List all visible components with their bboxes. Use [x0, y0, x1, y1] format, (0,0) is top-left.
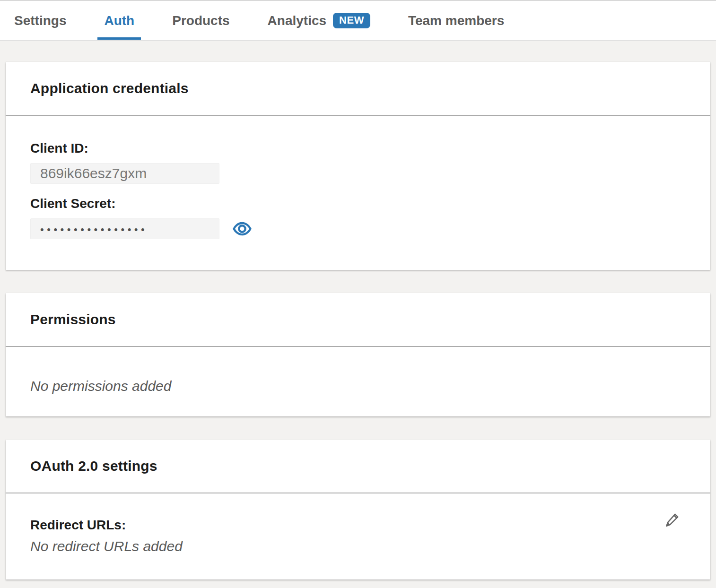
card-body: No permissions added: [6, 347, 710, 416]
new-badge: NEW: [333, 13, 370, 28]
client-id-field[interactable]: [30, 163, 219, 184]
no-permissions-text: No permissions added: [30, 378, 686, 394]
tab-label: Settings: [14, 13, 66, 28]
card-title: Permissions: [30, 311, 116, 328]
eye-icon: [233, 220, 252, 237]
redirect-urls-label: Redirect URLs:: [30, 518, 686, 533]
tab-settings[interactable]: Settings: [8, 1, 73, 40]
tab-label: Team members: [408, 13, 504, 28]
permissions-card: Permissions No permissions added: [6, 293, 710, 416]
tab-products[interactable]: Products: [166, 1, 236, 40]
no-redirect-urls-text: No redirect URLs added: [30, 538, 686, 554]
app-tab-bar: Settings Auth Products Analytics NEW Tea…: [0, 0, 716, 41]
auth-tab-content: Application credentials Client ID: Clien…: [0, 41, 716, 579]
card-header: Permissions: [6, 293, 710, 347]
tab-team-members[interactable]: Team members: [402, 1, 511, 40]
card-header: OAuth 2.0 settings: [6, 440, 710, 493]
client-id-label: Client ID:: [30, 141, 686, 156]
tab-label: Analytics: [268, 13, 327, 28]
pencil-icon: [664, 510, 681, 529]
tab-label: Products: [172, 13, 229, 28]
card-header: Application credentials: [6, 62, 710, 116]
client-secret-label: Client Secret:: [30, 196, 686, 211]
card-body: Redirect URLs: No redirect URLs added: [6, 493, 710, 579]
oauth-settings-card: OAuth 2.0 settings Redirect URLs: No red…: [6, 440, 710, 579]
card-title: OAuth 2.0 settings: [30, 458, 157, 474]
tab-analytics[interactable]: Analytics NEW: [261, 1, 377, 40]
client-secret-field[interactable]: [30, 218, 219, 239]
card-title: Application credentials: [30, 80, 189, 96]
application-credentials-card: Application credentials Client ID: Clien…: [6, 62, 710, 270]
tab-label: Auth: [104, 13, 134, 28]
tab-auth[interactable]: Auth: [97, 1, 141, 40]
edit-redirect-urls-button[interactable]: [664, 510, 681, 529]
card-body: Client ID: Client Secret:: [6, 116, 710, 270]
client-secret-row: [30, 211, 686, 239]
reveal-secret-button[interactable]: [233, 220, 252, 237]
